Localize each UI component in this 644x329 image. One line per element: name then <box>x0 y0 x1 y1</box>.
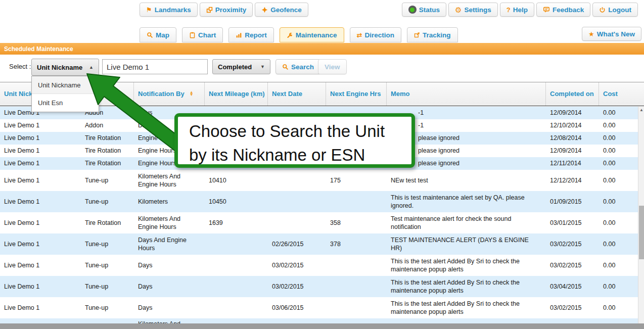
feedback-label: Feedback <box>553 6 584 14</box>
tab-report[interactable]: Report <box>228 27 274 42</box>
vertical-scrollbar[interactable]: ▲ <box>638 107 644 323</box>
tab-report-label: Report <box>245 31 267 39</box>
unit-field-dropdown[interactable]: Unit Nickname ▲ <box>31 59 99 76</box>
cell-next-engine-hrs <box>326 297 387 318</box>
tab-map-label: Map <box>156 31 169 39</box>
cell-cost: 0.00 <box>599 132 638 145</box>
search-button[interactable]: Search <box>275 59 320 74</box>
callout-line1: Choose to Search the Unit <box>189 120 400 144</box>
tab-chart[interactable]: Chart <box>182 27 223 42</box>
tab-direction[interactable]: ⇄ Direction <box>350 27 401 42</box>
cell-next-engine-hrs: 378 <box>326 233 387 255</box>
horizontal-scrollbar[interactable] <box>0 323 644 329</box>
quick-toolbar: ⚑ Landmarks Proximity Geofence <box>140 3 308 17</box>
logout-button[interactable]: Logout <box>592 3 638 17</box>
sort-icon[interactable]: ▲▼ <box>105 91 109 97</box>
cell-maintenance-type: Tune-up <box>81 233 134 255</box>
column-next-engine-hrs[interactable]: Next Engine Hrs <box>326 82 387 106</box>
proximity-button[interactable]: Proximity <box>200 3 253 17</box>
cell-completed-on: 01/09/2015 <box>546 191 599 212</box>
column-memo[interactable]: Memo <box>387 82 546 106</box>
cell-cost: 0.00 <box>599 297 638 318</box>
column-cost[interactable]: Cost <box>599 82 638 106</box>
whats-new-button[interactable]: ★ What's New <box>582 27 641 41</box>
cell-completed-on: 12/09/2014 <box>546 145 599 157</box>
cell-unit-nickname: Live Demo 1 <box>0 233 81 255</box>
tab-maintenance[interactable]: Maintenance <box>280 27 344 42</box>
feedback-button[interactable]: Feedback <box>536 3 590 17</box>
scroll-up-arrow-icon[interactable]: ▲ <box>638 108 644 112</box>
table-row[interactable]: Live Demo 1 Tune-up Days And Engine Hour… <box>0 233 638 255</box>
callout-line2: by its Nickname or ESN <box>189 144 400 167</box>
cell-memo <box>387 318 546 323</box>
cell-next-date: 02/26/2015 <box>268 233 326 255</box>
cell-next-mileage <box>205 276 268 297</box>
geofence-button[interactable]: Geofence <box>255 3 308 17</box>
table-row[interactable]: Live Demo 1 Tire Rotation Kilometers And… <box>0 212 638 233</box>
magnifier-icon <box>147 32 153 38</box>
cell-unit-nickname: Live Demo 1 <box>0 297 81 318</box>
table-row[interactable]: Kilometers And <box>0 318 638 323</box>
cell-next-date <box>268 318 326 323</box>
cell-next-engine-hrs <box>326 191 387 212</box>
cell-notification-by: Days <box>134 255 205 276</box>
column-next-mileage[interactable]: Next Mileage (km) <box>205 82 268 106</box>
main-tabs: Map Chart Report Maintenance ⇄ Direction… <box>140 27 458 42</box>
geofence-icon <box>261 7 268 13</box>
sort-icon[interactable]: ▲▼ <box>190 91 194 97</box>
cell-next-mileage: 10410 <box>205 170 268 191</box>
cell-notification-by: Kilometers <box>134 191 205 212</box>
cell-notification-by: Days <box>134 276 205 297</box>
cell-completed-on: 03/02/2015 <box>546 297 599 318</box>
column-next-date[interactable]: Next Date <box>268 82 326 106</box>
page-title-bar: Scheduled Maintenance <box>0 43 644 55</box>
cell-notification-by: Kilometers And Engine Hours <box>134 170 205 191</box>
cell-cost <box>599 318 638 323</box>
scrollbar-thumb[interactable] <box>639 206 644 259</box>
cell-next-date <box>268 212 326 233</box>
landmarks-label: Landmarks <box>155 6 191 14</box>
clipboard-icon <box>189 32 196 38</box>
cell-cost: 0.00 <box>599 212 638 233</box>
tab-direction-label: Direction <box>364 31 394 39</box>
select-label: Select : <box>9 63 31 70</box>
cell-next-date: 03/06/2015 <box>268 297 326 318</box>
column-notification-by[interactable]: Notification By ▲▼ <box>134 82 205 106</box>
unit-search-input[interactable] <box>102 59 208 74</box>
cell-cost: 0.00 <box>599 119 638 132</box>
column-completed-on[interactable]: Completed on <box>546 82 599 106</box>
cell-next-mileage <box>205 255 268 276</box>
table-row[interactable]: Live Demo 1 Tune-up Days 03/02/2015 This… <box>0 255 638 276</box>
view-button-disabled[interactable]: View <box>318 59 347 74</box>
table-row[interactable]: Live Demo 1 Tune-up Kilometers 10450 Thi… <box>0 191 638 212</box>
cell-cost: 0.00 <box>599 233 638 255</box>
cell-unit-nickname: Live Demo 1 <box>0 212 81 233</box>
chevron-down-icon: ▼ <box>260 64 265 69</box>
search-label: Search <box>291 63 314 71</box>
landmarks-button[interactable]: ⚑ Landmarks <box>140 3 198 17</box>
chevron-up-icon: ▲ <box>89 65 94 70</box>
flag-icon: ⚑ <box>146 7 152 13</box>
cell-next-mileage <box>205 233 268 255</box>
status-button[interactable]: Status <box>402 3 446 17</box>
help-button[interactable]: ? Help <box>500 3 534 17</box>
cell-next-date: 03/02/2015 <box>268 255 326 276</box>
settings-button[interactable]: ⚙ Settings <box>448 3 498 17</box>
cell-completed-on: 03/04/2015 <box>546 276 599 297</box>
table-row[interactable]: Live Demo 1 Tune-up Days 03/06/2015 This… <box>0 297 638 318</box>
dropdown-option-unit-esn[interactable]: Unit Esn <box>32 94 99 112</box>
status-filter-dropdown[interactable]: Completed ▼ <box>212 59 270 74</box>
tab-tracking[interactable]: Tracking <box>407 27 458 42</box>
dropdown-option-unit-nickname[interactable]: Unit Nickname <box>32 76 99 94</box>
cell-memo: TEST MAINTENANCE ALERT (DAYS & ENGINE HR… <box>387 233 546 255</box>
cell-next-mileage <box>205 318 268 323</box>
cell-cost: 0.00 <box>599 107 638 119</box>
cell-maintenance-type: Tune-up <box>81 170 134 191</box>
cell-next-mileage: 1639 <box>205 212 268 233</box>
table-row[interactable]: Live Demo 1 Tune-up Days 03/02/2015 This… <box>0 276 638 297</box>
cell-next-engine-hrs <box>326 276 387 297</box>
cell-memo: Test maintenance alert for check the sou… <box>387 212 546 233</box>
tab-maintenance-label: Maintenance <box>296 31 337 39</box>
table-row[interactable]: Live Demo 1 Tune-up Kilometers And Engin… <box>0 170 638 191</box>
tab-map[interactable]: Map <box>140 27 176 42</box>
